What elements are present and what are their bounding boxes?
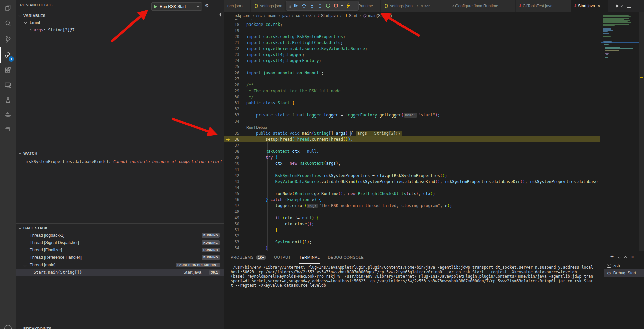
call-stack-thread[interactable]: Thread [Signal Dispatcher]RUNNING	[16, 239, 224, 247]
close-icon[interactable]: ×	[598, 3, 600, 8]
run-java-button[interactable]	[616, 4, 622, 8]
stack-frame-row[interactable]: Start.main(String[])Start.java36:1	[16, 269, 224, 276]
call-stack-section-header[interactable]: CALL STACK	[16, 224, 224, 232]
code-line[interactable]: 31public class Start {	[224, 100, 600, 106]
tab-clitoolstest-java[interactable]: JCliToolsTest.java	[516, 0, 571, 12]
code-line[interactable]: 23import org.slf4j.Logger;	[224, 52, 600, 58]
launch-config-button[interactable]: Run RSK Start	[151, 2, 202, 11]
tab-settings-json[interactable]: {}settings.json~/.../User	[381, 0, 446, 12]
step-into-icon[interactable]	[308, 2, 316, 10]
code-line[interactable]: 33 private static final Logger logger = …	[224, 112, 600, 118]
code-line[interactable]: 32	[224, 106, 600, 112]
restart-icon[interactable]	[324, 2, 332, 10]
code-line[interactable]: 45 runNode(Runtime.getRuntime(), new Pre…	[224, 191, 600, 197]
variables-scope-local[interactable]: Local	[16, 19, 224, 27]
code-line[interactable]: 42 RskSystemProperties rskSystemProperti…	[224, 173, 600, 179]
split-editor-icon[interactable]	[627, 4, 631, 8]
breadcrumb[interactable]: rskj-core›src›main›java›co›rsk›JStart.ja…	[224, 12, 644, 19]
call-stack-thread[interactable]: Thread [Reference Handler]RUNNING	[16, 254, 224, 262]
watch-expression-row[interactable]: rskSystemProperties.databaseKind(): Cann…	[16, 158, 224, 166]
code-line[interactable]: 22import org.ethereum.datasource.KeyValu…	[224, 46, 600, 52]
stop-dropdown-icon[interactable]	[340, 2, 344, 10]
panel-tab-debug-console[interactable]: DEBUG CONSOLE	[328, 251, 364, 264]
code-line[interactable]: 39 try {	[224, 154, 600, 160]
code-line[interactable]: 37	[224, 142, 600, 148]
breakpoints-section-header[interactable]: BREAKPOINTS	[16, 325, 224, 329]
panel-tab-terminal[interactable]: TERMINAL	[299, 251, 320, 264]
more-actions-icon[interactable]: ⋯	[214, 1, 220, 7]
code-line[interactable]: 28/**	[224, 82, 600, 88]
variables-section-header[interactable]: VARIABLES	[16, 12, 224, 19]
breadcrumb-item[interactable]: rskj-core	[235, 13, 250, 18]
code-line[interactable]: 46 } catch (Exception e) {	[224, 197, 600, 203]
code-line[interactable]: 36 setUpThread(Thread.currentThread());	[224, 136, 600, 142]
code-line[interactable]: 47 logger.error(msg:"The RSK node main t…	[224, 203, 600, 209]
breadcrumb-item[interactable]: Start	[344, 13, 357, 18]
continue-icon[interactable]	[292, 2, 300, 10]
call-stack-thread[interactable]: Thread [logback-1]RUNNING	[16, 232, 224, 239]
step-over-icon[interactable]	[300, 2, 308, 10]
explorer-icon[interactable]	[4, 4, 12, 12]
breadcrumb-item[interactable]: main	[268, 13, 276, 18]
session-zsh[interactable]: zsh	[604, 262, 644, 269]
code-line[interactable]: 53 System.exit(1);	[224, 239, 600, 245]
close-panel-icon[interactable]: ×	[631, 254, 634, 260]
code-line[interactable]: 40 ctx = new RskContext(args);	[224, 160, 600, 167]
extensions-icon[interactable]	[4, 66, 12, 75]
code-line[interactable]: 26import javax.annotation.Nonnull;	[224, 70, 600, 76]
code-line[interactable]: 34	[224, 118, 600, 124]
panel-tab-output[interactable]: OUTPUT	[274, 251, 291, 264]
code-line[interactable]: 29 * The entrypoint for the RSK full nod…	[224, 88, 600, 94]
breadcrumb-item[interactable]: co	[296, 13, 300, 18]
call-stack-thread[interactable]: Thread [main]PAUSED ON BREAKPOINT	[16, 262, 224, 269]
chevron-down-icon[interactable]	[618, 255, 621, 258]
new-terminal-icon[interactable]: +	[610, 253, 614, 261]
codelens-run-debug[interactable]: Run | Debug	[246, 124, 267, 130]
editor-scrollbar[interactable]	[639, 12, 644, 251]
code-line[interactable]: 49 if (ctx != null) {	[224, 215, 600, 221]
code-line[interactable]: 18package co.rsk;	[224, 21, 600, 28]
code-line[interactable]: 21import co.rsk.util.PreflightChecksUtil…	[224, 40, 600, 46]
code-line[interactable]: 41	[224, 167, 600, 173]
maximize-panel-icon[interactable]	[624, 256, 627, 259]
tab-nch-json[interactable]: nch.json	[224, 0, 251, 12]
code-line[interactable]: 48	[224, 209, 600, 215]
stop-icon[interactable]	[332, 2, 340, 10]
account-icon[interactable]	[4, 325, 12, 329]
breadcrumb-item[interactable]: java	[282, 13, 290, 18]
panel-tab-problems[interactable]: PROBLEMS1K+	[231, 251, 266, 264]
code-line[interactable]: 43 KeyValueDataSource.validateDbKind(rsk…	[224, 179, 600, 185]
docker-icon[interactable]	[4, 110, 12, 119]
code-line[interactable]: 25	[224, 64, 600, 70]
hot-code-replace-icon[interactable]	[344, 2, 352, 10]
variable-row-args[interactable]: args: String[2]@7	[16, 27, 224, 34]
code-line[interactable]: 20import co.rsk.config.RskSystemProperti…	[224, 34, 600, 40]
minimap[interactable]	[601, 12, 639, 251]
code-line[interactable]: 54 }	[224, 245, 600, 251]
code-line[interactable]: 30 */	[224, 94, 600, 100]
code-line[interactable]: 19	[224, 28, 600, 34]
session-debug-start[interactable]: ⚙Debug: Start	[604, 269, 644, 277]
watch-section-header[interactable]: WATCH	[16, 150, 224, 157]
testing-icon[interactable]	[4, 96, 12, 104]
code-line[interactable]: 51 }	[224, 227, 600, 233]
breadcrumb-item[interactable]: JStart.java	[318, 13, 338, 18]
more-actions-icon[interactable]: ⋯	[636, 3, 641, 9]
gradle-icon[interactable]	[4, 125, 12, 133]
code-line[interactable]: 50 ctx.close();	[224, 221, 600, 227]
gear-icon[interactable]: ⚙	[205, 3, 209, 9]
step-out-icon[interactable]	[316, 2, 324, 10]
breadcrumb-item[interactable]: rsk	[306, 13, 312, 18]
code-line[interactable]: 27	[224, 76, 600, 82]
source-control-icon[interactable]	[4, 35, 12, 43]
tab-start-java[interactable]: JStart.java×	[571, 0, 608, 12]
code-editor[interactable]: 17 */18package co.rsk;1920import co.rsk.…	[224, 19, 644, 251]
breadcrumb-item[interactable]: src	[256, 13, 262, 18]
call-stack-thread[interactable]: Thread [Finalizer]RUNNING	[16, 247, 224, 254]
toolbar-drag-grip[interactable]	[288, 2, 292, 10]
tab-settings-json[interactable]: {}settings.json	[251, 0, 285, 12]
remote-explorer-icon[interactable]	[4, 81, 12, 89]
code-line[interactable]: 38 RskContext ctx = null;	[224, 148, 600, 154]
code-line[interactable]: 24import org.slf4j.LoggerFactory;	[224, 58, 600, 64]
tab-configure-java-runtime[interactable]: Configure Java Runtime	[446, 0, 516, 12]
